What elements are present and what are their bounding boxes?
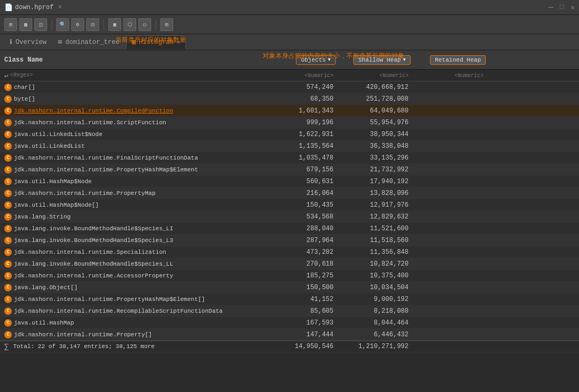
class-name: java.lang.invoke.BoundMethodHandle$Speci… xyxy=(14,225,173,232)
objects-cell: 999,196 xyxy=(263,119,338,126)
class-cell[interactable]: Cjdk.nashorn.internal.runtime.Specializa… xyxy=(0,248,263,256)
retained-heap-sort-btn[interactable]: Retained Heap xyxy=(430,55,486,65)
class-cell[interactable]: Cjava.util.LinkedList xyxy=(0,142,263,150)
table-row: Cjava.lang.Object[]150,50010,034,504 xyxy=(0,282,579,293)
shallow-cell: 12,917,976 xyxy=(338,201,413,209)
objects-filter-cell[interactable]: <Numeric> xyxy=(263,72,338,79)
class-cell[interactable]: Cbyte[] xyxy=(0,95,263,103)
class-cell[interactable]: Cjava.util.HashMap$Node[] xyxy=(0,201,263,209)
class-cell[interactable]: Cjava.lang.invoke.BoundMethodHandle$Spec… xyxy=(0,260,263,268)
class-name: java.util.HashMap$Node xyxy=(14,178,92,185)
shallow-cell: 8,044,464 xyxy=(338,319,413,327)
class-cell[interactable]: Cjava.lang.invoke.BoundMethodHandle$Spec… xyxy=(0,237,263,244)
objects-cell: 147,444 xyxy=(263,331,338,338)
class-cell[interactable]: Cjava.lang.Object[] xyxy=(0,284,263,291)
filter-row: ↵ <Regex> <Numeric> <Numeric> <Numeric> xyxy=(0,70,579,81)
title-bar: 📄 down.hprof × — □ ✕ xyxy=(0,0,579,15)
tab-bar: ℹ Overview ⊞ dominator_tree ▦ Histogram … xyxy=(0,34,579,50)
class-badge: C xyxy=(4,84,12,91)
class-cell[interactable]: Cjava.lang.invoke.BoundMethodHandle$Spec… xyxy=(0,225,263,232)
class-cell[interactable]: Cjava.lang.String xyxy=(0,213,263,221)
shallow-cell: 10,375,400 xyxy=(338,272,413,280)
table-body: Cchar[]574,240420,668,912Cbyte[]68,35025… xyxy=(0,81,579,341)
class-name: char[] xyxy=(14,84,35,91)
shallow-cell: 17,940,192 xyxy=(338,178,413,185)
toolbar-btn-7[interactable]: ▣ xyxy=(108,18,121,31)
shallow-cell: 9,000,192 xyxy=(338,296,413,303)
window-close[interactable]: ✕ xyxy=(570,3,575,12)
class-cell[interactable]: Cchar[] xyxy=(0,84,263,91)
toolbar-sep-3 xyxy=(155,19,156,30)
overview-icon: ℹ xyxy=(10,38,12,46)
shallow-cell: 55,954,976 xyxy=(338,119,413,126)
toolbar-btn-5[interactable]: ⚙ xyxy=(71,18,84,31)
objects-sort-btn[interactable]: Objects ▼ xyxy=(296,55,336,65)
objects-header[interactable]: Objects ▼ xyxy=(263,55,338,65)
total-shallow: 1,210,271,992 xyxy=(338,343,413,350)
tab-histogram[interactable]: ▦ Histogram ✕ xyxy=(126,35,187,49)
shallow-filter-cell[interactable]: <Numeric> xyxy=(338,72,413,79)
toolbar-btn-1[interactable]: ⊞ xyxy=(4,18,17,31)
shallow-heap-header[interactable]: Shallow Heap ▼ xyxy=(338,55,413,65)
class-name: jdk.nashorn.internal.runtime.FinalScript… xyxy=(14,155,198,161)
class-cell[interactable]: Cjdk.nashorn.internal.runtime.PropertyMa… xyxy=(0,190,263,197)
table-row: Cjdk.nashorn.internal.runtime.FinalScrip… xyxy=(0,152,579,164)
tab-dominator-tree[interactable]: ⊞ dominator_tree xyxy=(53,35,125,49)
class-badge: C xyxy=(4,131,12,138)
class-filter-cell[interactable]: ↵ <Regex> xyxy=(0,71,263,79)
class-cell[interactable]: Cjdk.nashorn.internal.runtime.Property[] xyxy=(0,331,263,338)
shallow-cell: 10,034,504 xyxy=(338,284,413,291)
toolbar-btn-6[interactable]: ⊡ xyxy=(86,18,99,31)
toolbar-btn-3[interactable]: ◫ xyxy=(34,18,47,31)
class-name: java.util.HashMap xyxy=(14,320,74,326)
class-badge: C xyxy=(4,225,12,232)
retained-heap-header[interactable]: Retained Heap xyxy=(413,55,488,65)
toolbar-btn-9[interactable]: ◻ xyxy=(138,18,151,31)
class-name: java.lang.String xyxy=(14,214,71,220)
retained-filter-cell[interactable]: <Numeric> xyxy=(413,72,488,79)
class-cell[interactable]: Cjdk.nashorn.internal.runtime.PropertyHa… xyxy=(0,296,263,303)
class-cell[interactable]: Cjdk.nashorn.internal.runtime.PropertyHa… xyxy=(0,166,263,174)
shallow-heap-sort-btn[interactable]: Shallow Heap ▼ xyxy=(353,55,411,65)
class-name: java.util.LinkedList$Node xyxy=(14,131,102,138)
class-cell[interactable]: Cjava.util.HashMap xyxy=(0,319,263,327)
table-row: Cjava.lang.invoke.BoundMethodHandle$Spec… xyxy=(0,223,579,235)
filename: down.hprof xyxy=(15,4,54,11)
class-name: jdk.nashorn.internal.runtime.Property[] xyxy=(14,331,152,338)
toolbar-btn-8[interactable]: ⬡ xyxy=(123,18,136,31)
toolbar-btn-10[interactable]: ⊞ xyxy=(160,18,173,31)
class-name: byte[] xyxy=(14,96,35,102)
class-cell[interactable]: Cjdk.nashorn.internal.runtime.AccessorPr… xyxy=(0,272,263,280)
shallow-cell: 11,521,600 xyxy=(338,225,413,232)
tab-histogram-close[interactable]: ✕ xyxy=(177,39,181,46)
file-icon: 📄 xyxy=(4,3,13,12)
shallow-cell: 33,135,296 xyxy=(338,154,413,162)
class-cell[interactable]: Cjava.util.HashMap$Node xyxy=(0,178,263,185)
objects-cell: 1,622,931 xyxy=(263,131,338,138)
class-badge: C xyxy=(4,107,12,115)
window-maximize[interactable]: □ xyxy=(560,3,564,11)
toolbar-btn-2[interactable]: ▦ xyxy=(19,18,32,31)
objects-cell: 287,964 xyxy=(263,237,338,244)
table-header: Class Name 当前类所对应的对象数量 Objects ▼ Shallow… xyxy=(0,50,579,70)
class-cell[interactable]: Cjdk.nashorn.internal.runtime.FinalScrip… xyxy=(0,154,263,162)
histogram-icon: ▦ xyxy=(132,38,136,46)
table-row: Cchar[]574,240420,668,912 xyxy=(0,81,579,93)
class-name: jdk.nashorn.internal.runtime.Recompilabl… xyxy=(14,308,222,314)
shallow-cell: 11,518,560 xyxy=(338,237,413,244)
class-name: jdk.nashorn.internal.runtime.Specializat… xyxy=(14,249,166,255)
class-cell[interactable]: Cjdk.nashorn.internal.runtime.CompiledFu… xyxy=(0,107,263,115)
class-cell[interactable]: Cjava.util.LinkedList$Node xyxy=(0,131,263,138)
title-close-btn[interactable]: × xyxy=(58,3,62,11)
objects-cell: 473,202 xyxy=(263,248,338,256)
objects-cell: 270,618 xyxy=(263,260,338,268)
class-badge: C xyxy=(4,201,12,209)
shallow-cell: 10,824,720 xyxy=(338,260,413,268)
class-cell[interactable]: Cjdk.nashorn.internal.runtime.Recompilab… xyxy=(0,307,263,315)
shallow-cell: 420,668,912 xyxy=(338,84,413,91)
window-minimize[interactable]: — xyxy=(548,3,554,12)
tab-overview[interactable]: ℹ Overview xyxy=(4,35,52,49)
shallow-cell: 6,446,432 xyxy=(338,331,413,338)
class-cell[interactable]: Cjdk.nashorn.internal.runtime.ScriptFunc… xyxy=(0,119,263,126)
toolbar-btn-4[interactable]: 🔍 xyxy=(56,18,69,31)
